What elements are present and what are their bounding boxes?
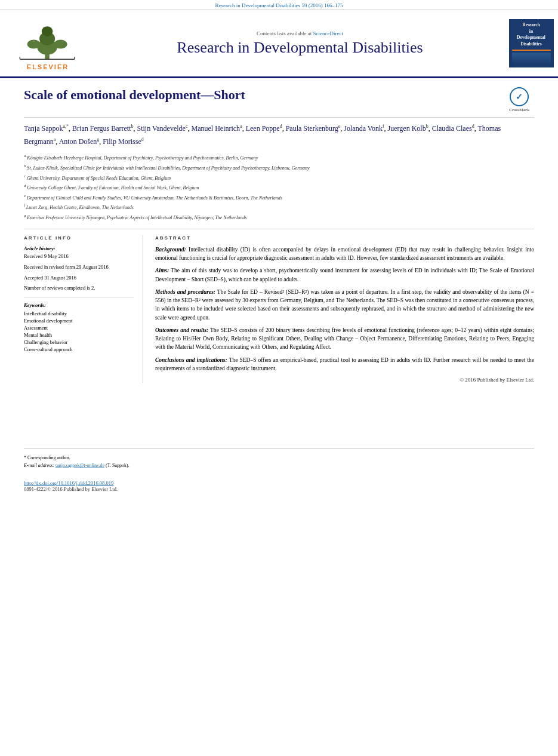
email-footnote: E-mail address: tanja.sappok@t-online.de…: [24, 463, 534, 468]
author-paula: Paula Sterkenburg: [286, 124, 338, 133]
article-info-panel: ARTICLE INFO Article history: Received 9…: [24, 235, 143, 383]
affil-f: f Lunet Zorg, Health Centre, Eindhoven, …: [24, 202, 534, 211]
affiliations-list: a Königin-Elisabeth-Herzberge Hospital, …: [24, 153, 534, 222]
keyword-5: Challenging behavior: [24, 339, 134, 345]
article-title-text: Scale of emotional development—Short: [24, 87, 245, 103]
science-direct-anchor[interactable]: ScienceDirect: [313, 30, 343, 36]
thumb-graphic: [512, 53, 551, 64]
aims-label: Aims:: [155, 268, 169, 273]
keyword-3: Assessment: [24, 325, 134, 331]
author-claudia: Claudia Claes: [432, 124, 472, 133]
two-column-layout: ARTICLE INFO Article history: Received 9…: [24, 229, 534, 383]
journal-banner: ELSEVIER Contents lists available at Sci…: [0, 10, 558, 78]
affil-e: e Department of Clinical Child and Famil…: [24, 193, 534, 202]
svg-point-3: [42, 26, 53, 36]
keyword-4: Mental health: [24, 332, 134, 338]
article-received: Received 9 May 2016: [24, 253, 134, 260]
thumb-divider: [512, 50, 551, 51]
footer-spacer: [24, 471, 534, 477]
article-info-heading: ARTICLE INFO: [24, 235, 134, 241]
abstract-panel: ABSTRACT Background: Intellectual disabi…: [155, 235, 534, 383]
article-history-label: Article history:: [24, 245, 134, 251]
elsevier-logo-area: ELSEVIER: [0, 16, 95, 70]
author-anton: Anton Došen: [59, 137, 97, 146]
background-text: Intellectual disability (ID) is often ac…: [155, 247, 534, 261]
svg-point-5: [54, 40, 67, 49]
keyword-1: Intellectual disability: [24, 311, 134, 316]
keywords-heading: Keywords:: [24, 302, 134, 308]
crossmark-icon: ✓: [510, 87, 529, 106]
keyword-6: Cross-cultural approach: [24, 346, 134, 352]
main-content: Scale of emotional development—Short ✓ C…: [0, 78, 558, 392]
footer-area: * Corresponding author. E-mail address: …: [24, 448, 534, 498]
abstract-background: Background: Intellectual disability (ID)…: [155, 245, 534, 263]
email-address[interactable]: tanja.sappok@t-online.de: [56, 463, 104, 468]
article-accepted: Accepted 31 August 2016: [24, 275, 134, 282]
author-brian: Brian Fergus Barrett: [72, 124, 131, 133]
email-suffix: (T. Sappok).: [106, 463, 130, 468]
article-title-row: Scale of emotional development—Short ✓ C…: [24, 87, 534, 118]
crossmark-label: CrossMark: [509, 107, 529, 112]
keyword-2: Emotional development: [24, 318, 134, 324]
footnote-star-label: * Corresponding author.: [24, 455, 70, 460]
abstract-methods: Methods and procedures: The Scale for ED…: [155, 288, 534, 322]
issn-line: 0891-4222/© 2016 Published by Elsevier L…: [24, 486, 534, 492]
affil-a: a Königin-Elisabeth-Herzberge Hospital, …: [24, 153, 534, 162]
abstract-conclusions: Conclusions and implications: The SED–S …: [155, 356, 534, 373]
corresponding-author-note: * Corresponding author.: [24, 455, 534, 460]
author-filip: Filip Morisse: [103, 137, 141, 146]
abstract-aims: Aims: The aim of this study was to devel…: [155, 266, 534, 284]
banner-title-area: Contents lists available at ScienceDirec…: [95, 16, 504, 70]
doi-link[interactable]: http://dx.doi.org/10.1016/j.ridd.2016.08…: [24, 480, 113, 486]
journal-reference: Research in Developmental Disabilities 5…: [0, 0, 558, 10]
author-jolanda: Jolanda Vonk: [344, 124, 383, 133]
author-stijn: Stijn Vandevelde: [137, 124, 185, 133]
crossmark-badge[interactable]: ✓ CrossMark: [504, 87, 534, 112]
spacer: [0, 392, 558, 440]
methods-label: Methods and procedures:: [155, 289, 215, 295]
background-label: Background:: [155, 247, 186, 253]
copyright-line: © 2016 Published by Elsevier Ltd.: [155, 377, 534, 383]
svg-point-4: [27, 40, 40, 49]
conclusions-label: Conclusions and implications:: [155, 357, 227, 363]
author-manuel: Manuel Heinrich: [191, 124, 240, 133]
author-tanja: Tanja Sappok: [24, 124, 63, 133]
author-leen: Leen Poppe: [246, 124, 280, 133]
elsevier-tree-icon: [12, 19, 84, 61]
journal-ref-text: Research in Developmental Disabilities 5…: [215, 2, 343, 8]
article-reviews: Number of reviews completed is 2.: [24, 285, 134, 292]
science-direct-pretext: Contents lists available at: [257, 30, 312, 36]
affil-b: b St. Lukas-Klinik, Specialized Clinic f…: [24, 163, 534, 172]
abstract-heading: ABSTRACT: [155, 235, 534, 241]
abstract-outcomes: Outcomes and results: The SED–S consists…: [155, 326, 534, 352]
author-juergen: Juergen Kolb: [388, 124, 426, 133]
journal-title: Research in Developmental Disabilities: [177, 39, 423, 57]
article-revised: Received in revised form 29 August 2016: [24, 264, 134, 271]
email-label: E-mail address:: [24, 463, 54, 468]
journal-thumbnail: ResearchinDevelopmentalDisabilities: [504, 16, 558, 70]
journal-thumb-box: ResearchinDevelopmentalDisabilities: [509, 19, 554, 67]
aims-text: The aim of this study was to develop a s…: [155, 268, 534, 282]
outcomes-text: The SED–S consists of 200 binary items d…: [155, 327, 534, 351]
thumb-title: ResearchinDevelopmentalDisabilities: [512, 22, 551, 47]
authors-list: Tanja Sappoka,*, Brian Fergus Barrettb, …: [24, 122, 534, 148]
affil-g: g Emeritus Professor University Nijmegen…: [24, 213, 534, 222]
doi-line: http://dx.doi.org/10.1016/j.ridd.2016.08…: [24, 480, 534, 486]
affil-d: d University College Ghent, Faculty of E…: [24, 183, 534, 192]
science-direct-link: Contents lists available at ScienceDirec…: [257, 30, 343, 36]
affil-c: c Ghent University, Department of Specia…: [24, 173, 534, 182]
elsevier-label: ELSEVIER: [27, 63, 69, 70]
outcomes-label: Outcomes and results:: [155, 327, 208, 333]
info-divider: [24, 297, 134, 297]
